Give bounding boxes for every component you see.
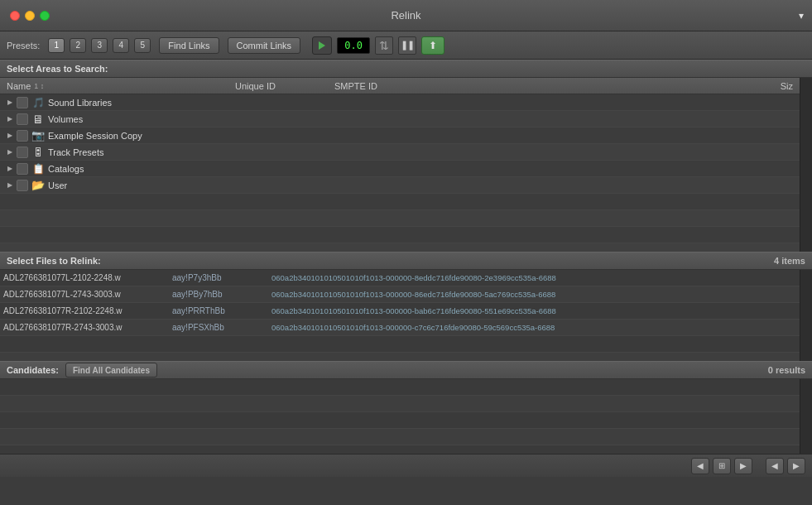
files-area-scrollbar[interactable] bbox=[800, 270, 812, 361]
grid-button[interactable]: ⊞ bbox=[713, 458, 731, 474]
next-button[interactable]: ▶ bbox=[734, 458, 752, 474]
example-session-label: Example Session Copy bbox=[48, 131, 142, 141]
tree-row-user[interactable]: 📂 User bbox=[0, 177, 800, 194]
preset-button-2[interactable]: 2 bbox=[70, 38, 86, 53]
window-title: Relink bbox=[391, 9, 420, 22]
file-name-3: ADL2766381077R-2743-3003.w bbox=[3, 323, 169, 332]
search-table-main: Name 1 ↕ Unique ID SMPTE ID Siz 🎵 Sound … bbox=[0, 78, 800, 252]
candidates-label: Candidates: bbox=[7, 365, 59, 375]
files-table-container: ADL2766381077L-2102-2248.w aay!P7y3hBb 0… bbox=[0, 270, 812, 361]
file-row-0[interactable]: ADL2766381077L-2102-2248.w aay!P7y3hBb 0… bbox=[0, 270, 800, 286]
file-name-1: ADL2766381077L-2743-3003.w bbox=[3, 290, 169, 299]
candidates-table-container bbox=[0, 379, 812, 454]
checkbox-example-session[interactable] bbox=[17, 130, 28, 142]
expand-volumes[interactable] bbox=[3, 113, 17, 126]
volumes-icon: 🖥 bbox=[31, 113, 45, 126]
file-name-0: ADL2766381077L-2102-2248.w bbox=[3, 273, 169, 282]
user-label: User bbox=[48, 180, 67, 190]
files-table-main: ADL2766381077L-2102-2248.w aay!P7y3hBb 0… bbox=[0, 270, 800, 361]
traffic-lights bbox=[10, 11, 50, 21]
col-header-size: Siz bbox=[733, 81, 800, 91]
track-presets-icon: 🎛 bbox=[31, 146, 45, 159]
pitch-icon[interactable]: ⇅ bbox=[375, 36, 393, 55]
track-presets-label: Track Presets bbox=[48, 147, 103, 157]
prev-button[interactable]: ◀ bbox=[691, 458, 709, 474]
checkbox-track-presets[interactable] bbox=[17, 147, 28, 158]
search-section-label: Select Areas to Search: bbox=[7, 64, 108, 74]
file-row-1[interactable]: ADL2766381077L-2743-3003.w aay!PBy7hBb 0… bbox=[0, 286, 800, 303]
cand-row-1 bbox=[0, 396, 800, 412]
checkbox-catalogs[interactable] bbox=[17, 163, 28, 175]
find-links-button[interactable]: Find Links bbox=[159, 37, 219, 54]
file-row-3[interactable]: ADL2766381077R-2743-3003.w aay!PFSXhBb 0… bbox=[0, 320, 800, 336]
bottom-bar: ◀ ⊞ ▶ ◀ ▶ bbox=[0, 454, 812, 477]
expand-sound-libraries[interactable] bbox=[3, 96, 17, 109]
sound-libraries-label: Sound Libraries bbox=[48, 98, 112, 108]
expand-track-presets[interactable] bbox=[3, 146, 17, 159]
search-area-scrollbar[interactable] bbox=[800, 78, 812, 252]
file-smpte-2: 060a2b340101010501010f1013-000000-bab6c7… bbox=[268, 306, 796, 315]
catalogs-icon: 📋 bbox=[31, 162, 45, 176]
file-uid-1: aay!PBy7hBb bbox=[169, 290, 268, 299]
nav-prev-button[interactable]: ◀ bbox=[766, 458, 784, 474]
commit-links-button[interactable]: Commit Links bbox=[228, 37, 301, 54]
file-uid-2: aay!PRRThBb bbox=[169, 306, 268, 315]
files-section-label: Select Files to Relink: bbox=[7, 256, 101, 266]
expand-catalogs[interactable] bbox=[3, 162, 17, 176]
title-bar: Relink ▾ bbox=[0, 0, 812, 31]
green-icon: ⬆ bbox=[429, 40, 437, 51]
file-empty-1 bbox=[0, 353, 800, 361]
nav-prev-icon: ◀ bbox=[771, 461, 778, 470]
tree-row-example-session[interactable]: 📷 Example Session Copy bbox=[0, 127, 800, 144]
tree-empty-row-3 bbox=[0, 227, 800, 243]
nav-next-icon: ▶ bbox=[793, 461, 800, 470]
preset-button-4[interactable]: 4 bbox=[113, 38, 129, 53]
fullscreen-button[interactable] bbox=[40, 11, 50, 21]
tree-row-track-presets[interactable]: 🎛 Track Presets bbox=[0, 144, 800, 161]
file-row-2[interactable]: ADL2766381077R-2102-2248.w aay!PRRThBb 0… bbox=[0, 303, 800, 320]
expand-example-session[interactable] bbox=[3, 129, 17, 142]
next-icon: ▶ bbox=[740, 461, 747, 470]
close-button[interactable] bbox=[10, 11, 20, 21]
cand-row-4 bbox=[0, 445, 800, 454]
preset-button-3[interactable]: 3 bbox=[91, 38, 108, 53]
candidates-area-scrollbar[interactable] bbox=[800, 379, 812, 454]
tree-area: 🎵 Sound Libraries 🖥 Volumes 📷 Example Se… bbox=[0, 94, 800, 252]
find-all-candidates-button[interactable]: Find All Candidates bbox=[65, 363, 157, 378]
tree-empty-row-4 bbox=[0, 243, 800, 252]
search-table-container: Name 1 ↕ Unique ID SMPTE ID Siz 🎵 Sound … bbox=[0, 78, 812, 252]
grid-icon: ⊞ bbox=[718, 461, 725, 470]
tree-row-sound-libraries[interactable]: 🎵 Sound Libraries bbox=[0, 94, 800, 111]
sound-libraries-icon: 🎵 bbox=[31, 96, 45, 109]
preset-button-1[interactable]: 1 bbox=[48, 38, 65, 53]
dropdown-arrow-icon: ▾ bbox=[799, 10, 804, 22]
expand-user[interactable] bbox=[3, 179, 17, 192]
cand-row-3 bbox=[0, 429, 800, 445]
session-icon: 📷 bbox=[31, 129, 45, 142]
play-icon bbox=[319, 41, 325, 50]
title-bar-dropdown[interactable]: ▾ bbox=[799, 10, 804, 22]
presets-label: Presets: bbox=[7, 41, 40, 50]
files-area: ADL2766381077L-2102-2248.w aay!P7y3hBb 0… bbox=[0, 270, 800, 361]
candidates-area bbox=[0, 379, 800, 454]
pause-icon[interactable]: ❚❚ bbox=[398, 36, 416, 55]
checkbox-sound-libraries[interactable] bbox=[17, 97, 28, 108]
candidates-result-count: 0 results bbox=[768, 365, 805, 375]
file-uid-3: aay!PFSXhBb bbox=[169, 323, 268, 332]
nav-next-button[interactable]: ▶ bbox=[787, 458, 805, 474]
file-empty-0 bbox=[0, 336, 800, 353]
minimize-button[interactable] bbox=[25, 11, 35, 21]
checkbox-volumes[interactable] bbox=[17, 113, 28, 125]
preset-button-5[interactable]: 5 bbox=[134, 38, 151, 53]
checkbox-user[interactable] bbox=[17, 180, 28, 191]
play-button[interactable] bbox=[312, 36, 332, 55]
candidates-table-main bbox=[0, 379, 800, 454]
tree-row-volumes[interactable]: 🖥 Volumes bbox=[0, 111, 800, 127]
tree-row-catalogs[interactable]: 📋 Catalogs bbox=[0, 161, 800, 177]
files-section-header: Select Files to Relink: 4 items bbox=[0, 252, 812, 270]
prev-icon: ◀ bbox=[697, 461, 704, 470]
green-action-button[interactable]: ⬆ bbox=[421, 36, 444, 55]
files-item-count: 4 items bbox=[774, 256, 805, 266]
search-section-header: Select Areas to Search: bbox=[0, 60, 812, 78]
catalogs-label: Catalogs bbox=[48, 164, 84, 174]
